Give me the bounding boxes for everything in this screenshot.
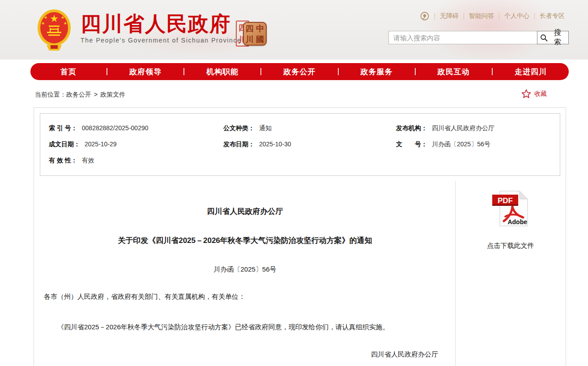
national-emblem-icon: ★ ★ ★ ★ ★ [37, 8, 72, 53]
meta-index-number: 索 引 号：008282882/2025-00290 [49, 124, 223, 132]
doc-number: 川办函〔2025〕56号 [44, 264, 446, 274]
pdf-banner-label: PDF [498, 196, 513, 205]
page: ★ ★ ★ ★ ★ 四川省人民政府 The People's Governmen… [0, 0, 588, 366]
meta-label: 索 引 号： [49, 124, 77, 132]
nav-item-public-info[interactable]: 政务公开 [261, 67, 337, 77]
meta-value: 四川省人民政府办公厅 [432, 124, 494, 132]
svg-text:★: ★ [64, 21, 67, 26]
meta-value: 2025-10-29 [85, 140, 117, 148]
meta-doc-number: 文 号：川办函〔2025〕56号 [396, 140, 555, 149]
doc-title: 关于印发《四川省2025－2026年秋冬季大气污染防治攻坚行动方案》的通知 [44, 236, 446, 246]
pdf-file-icon[interactable]: PDF Adobe [492, 191, 529, 228]
breadcrumb: 当前位置：政务公开>政策文件 [35, 91, 125, 99]
nav-item-org-functions[interactable]: 机构职能 [184, 67, 260, 77]
meta-value: 008282882/2025-00290 [82, 124, 149, 132]
sichuan-seal-icon: 四 川 四 中 川 國 [236, 20, 267, 49]
meta-validity: 有 效 性：有效 [49, 157, 223, 165]
search-bar: 搜 索 [388, 31, 569, 44]
meta-label: 发布机构： [396, 124, 427, 132]
seal-char: 川 [246, 34, 254, 45]
meta-value: 川办函〔2025〕56号 [432, 140, 490, 148]
utility-bar: 无障碍 智能问答 个人中心 长者专区 [420, 11, 565, 21]
breadcrumb-separator: > [94, 91, 98, 98]
search-button-label: 搜 索 [550, 28, 566, 47]
nav-item-about-sichuan[interactable]: 走进四川 [493, 67, 569, 77]
utility-divider [435, 13, 435, 19]
meta-doc-type: 公文种类：通知 [223, 124, 396, 132]
favorite-button[interactable]: 收藏 [521, 89, 547, 99]
site-brand: 四川省人民政府 The People's Government of Sichu… [81, 13, 241, 44]
meta-publish-date: 发布日期：2025-10-30 [223, 140, 396, 149]
meta-written-date: 成文日期：2025-10-29 [49, 140, 223, 149]
doc-salutation: 各市（州）人民政府，省政府有关部门、有关直属机构，有关单位： [44, 292, 446, 302]
document-container: 索 引 号：008282882/2025-00290 公文种类：通知 发布机构：… [34, 107, 566, 366]
download-link[interactable]: 点击下载此文件 [456, 242, 566, 250]
meta-label: 发布日期： [223, 140, 255, 148]
utility-link-accessibility[interactable]: 无障碍 [440, 12, 459, 20]
doc-signature: 四川省人民政府办公厅 [44, 349, 446, 359]
meta-label: 文 号： [396, 140, 427, 148]
nav-item-home[interactable]: 首页 [30, 67, 107, 77]
search-input[interactable] [388, 31, 537, 44]
seal-char: 中 [256, 23, 264, 34]
svg-text:★: ★ [50, 13, 59, 24]
meta-value: 有效 [82, 157, 94, 164]
search-button[interactable]: 搜 索 [537, 31, 569, 44]
gov-pin-icon[interactable] [420, 11, 430, 21]
breadcrumb-prefix: 当前位置： [35, 91, 66, 98]
seal-char: 四 [246, 23, 254, 34]
utility-link-senior-zone[interactable]: 长者专区 [540, 12, 565, 20]
search-icon [540, 34, 548, 42]
meta-issuing-agency: 发布机构：四川省人民政府办公厅 [396, 124, 555, 132]
nav-item-gov-services[interactable]: 政务服务 [339, 67, 415, 77]
breadcrumb-link-public-info[interactable]: 政务公开 [66, 91, 91, 98]
document-content: 四川省人民政府办公厅 关于印发《四川省2025－2026年秋冬季大气污染防治攻坚… [34, 181, 566, 366]
site-title: 四川省人民政府 [81, 13, 241, 35]
doc-paragraph: 《四川省2025－2026年秋冬季大气污染防治攻坚行动方案》已经省政府同意，现印… [44, 322, 446, 332]
utility-divider [534, 13, 535, 19]
svg-text:★: ★ [61, 15, 64, 20]
main-nav: 首页 政府领导 机构职能 政务公开 政务服务 政民互动 走进四川 [30, 63, 569, 80]
nav-item-gov-leaders[interactable]: 政府领导 [107, 67, 183, 77]
site-header: ★ ★ ★ ★ ★ 四川省人民政府 The People's Governmen… [0, 0, 588, 60]
utility-divider [499, 13, 499, 19]
doc-issuer-title: 四川省人民政府办公厅 [44, 207, 446, 217]
svg-text:★: ★ [41, 21, 45, 26]
utility-link-personal-center[interactable]: 个人中心 [504, 12, 529, 20]
site-subtitle: The People's Government of Sichuan Provi… [81, 37, 241, 44]
utility-divider [464, 13, 464, 19]
meta-label: 公文种类： [223, 124, 255, 132]
pdf-brand-label: Adobe [507, 218, 527, 226]
meta-value: 2025-10-30 [259, 140, 291, 148]
meta-label: 成文日期： [49, 140, 80, 148]
meta-label: 有 效 性： [49, 157, 77, 164]
metadata-box: 索 引 号：008282882/2025-00290 公文种类：通知 发布机构：… [40, 113, 560, 176]
favorite-label: 收藏 [534, 90, 547, 98]
star-icon [521, 89, 531, 99]
document-body: 四川省人民政府办公厅 关于印发《四川省2025－2026年秋冬季大气污染防治攻坚… [34, 181, 455, 366]
seal-char: 國 [256, 34, 264, 45]
breadcrumb-link-policy-docs[interactable]: 政策文件 [100, 91, 125, 98]
utility-link-smart-qa[interactable]: 智能问答 [469, 12, 494, 20]
seal-front-stamp: 四 中 川 國 [243, 22, 267, 46]
download-sidebar: PDF Adobe 点击下载此文件 [455, 181, 566, 366]
nav-item-interaction[interactable]: 政民互动 [416, 67, 492, 77]
svg-text:★: ★ [44, 15, 47, 20]
meta-value: 通知 [259, 124, 272, 132]
